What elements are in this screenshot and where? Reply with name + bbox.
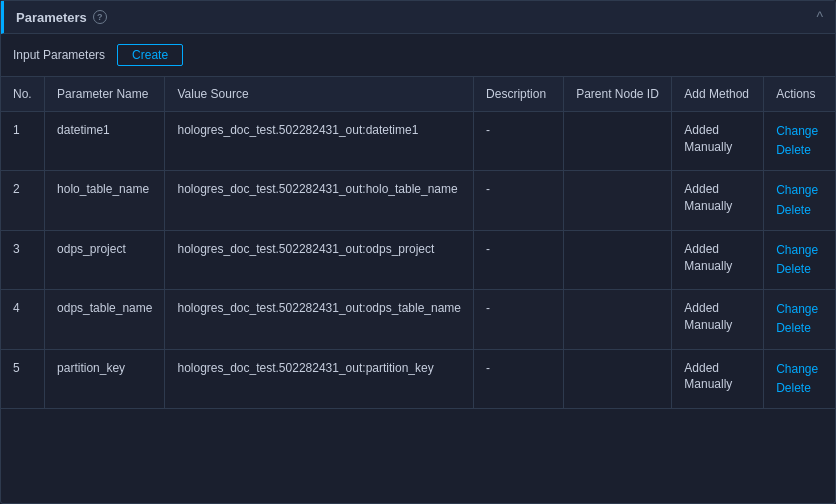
action-delete-link[interactable]: Delete — [776, 319, 823, 338]
cell-description: - — [474, 171, 564, 230]
cell-add-method: Added Manually — [672, 112, 764, 171]
cell-actions: ChangeDelete — [764, 171, 835, 230]
cell-actions: ChangeDelete — [764, 112, 835, 171]
action-delete-link[interactable]: Delete — [776, 260, 823, 279]
cell-description: - — [474, 112, 564, 171]
cell-actions: ChangeDelete — [764, 230, 835, 289]
cell-parent-node-id — [564, 290, 672, 349]
cell-param-name: datetime1 — [45, 112, 165, 171]
cell-param-name: partition_key — [45, 349, 165, 408]
action-change-link[interactable]: Change — [776, 122, 823, 141]
action-delete-link[interactable]: Delete — [776, 141, 823, 160]
cell-parent-node-id — [564, 112, 672, 171]
action-change-link[interactable]: Change — [776, 241, 823, 260]
toolbar-label: Input Parameters — [13, 48, 105, 62]
col-header-description: Description — [474, 77, 564, 112]
col-header-actions: Actions — [764, 77, 835, 112]
col-header-method: Add Method — [672, 77, 764, 112]
table-container: No. Parameter Name Value Source Descript… — [1, 77, 835, 503]
cell-add-method: Added Manually — [672, 290, 764, 349]
cell-actions: ChangeDelete — [764, 349, 835, 408]
help-icon[interactable]: ? — [93, 10, 107, 24]
cell-param-name: holo_table_name — [45, 171, 165, 230]
action-change-link[interactable]: Change — [776, 360, 823, 379]
panel-header: Parameters ? ^ — [1, 1, 835, 34]
cell-no: 5 — [1, 349, 45, 408]
cell-value-source: hologres_doc_test.502282431_out:odps_pro… — [165, 230, 474, 289]
cell-add-method: Added Manually — [672, 230, 764, 289]
cell-param-name: odps_table_name — [45, 290, 165, 349]
cell-value-source: hologres_doc_test.502282431_out:partitio… — [165, 349, 474, 408]
action-change-link[interactable]: Change — [776, 300, 823, 319]
col-header-parent: Parent Node ID — [564, 77, 672, 112]
col-header-param: Parameter Name — [45, 77, 165, 112]
parameters-table: No. Parameter Name Value Source Descript… — [1, 77, 835, 409]
cell-parent-node-id — [564, 171, 672, 230]
cell-parent-node-id — [564, 349, 672, 408]
action-delete-link[interactable]: Delete — [776, 201, 823, 220]
table-row: 1datetime1hologres_doc_test.502282431_ou… — [1, 112, 835, 171]
cell-value-source: hologres_doc_test.502282431_out:datetime… — [165, 112, 474, 171]
cell-add-method: Added Manually — [672, 349, 764, 408]
cell-description: - — [474, 290, 564, 349]
collapse-button[interactable]: ^ — [816, 9, 823, 25]
cell-description: - — [474, 349, 564, 408]
action-change-link[interactable]: Change — [776, 181, 823, 200]
table-body: 1datetime1hologres_doc_test.502282431_ou… — [1, 112, 835, 409]
cell-param-name: odps_project — [45, 230, 165, 289]
table-row: 2holo_table_namehologres_doc_test.502282… — [1, 171, 835, 230]
action-delete-link[interactable]: Delete — [776, 379, 823, 398]
col-header-value: Value Source — [165, 77, 474, 112]
cell-value-source: hologres_doc_test.502282431_out:odps_tab… — [165, 290, 474, 349]
cell-no: 2 — [1, 171, 45, 230]
cell-parent-node-id — [564, 230, 672, 289]
cell-actions: ChangeDelete — [764, 290, 835, 349]
cell-no: 3 — [1, 230, 45, 289]
table-header-row: No. Parameter Name Value Source Descript… — [1, 77, 835, 112]
table-row: 5partition_keyhologres_doc_test.50228243… — [1, 349, 835, 408]
cell-value-source: hologres_doc_test.502282431_out:holo_tab… — [165, 171, 474, 230]
cell-description: - — [474, 230, 564, 289]
parameters-panel: Parameters ? ^ Input Parameters Create N… — [0, 0, 836, 504]
panel-title-group: Parameters ? — [16, 10, 107, 25]
table-row: 3odps_projecthologres_doc_test.502282431… — [1, 230, 835, 289]
cell-no: 4 — [1, 290, 45, 349]
cell-add-method: Added Manually — [672, 171, 764, 230]
panel-toolbar: Input Parameters Create — [1, 34, 835, 77]
panel-title-text: Parameters — [16, 10, 87, 25]
table-row: 4odps_table_namehologres_doc_test.502282… — [1, 290, 835, 349]
create-button[interactable]: Create — [117, 44, 183, 66]
cell-no: 1 — [1, 112, 45, 171]
col-header-no: No. — [1, 77, 45, 112]
